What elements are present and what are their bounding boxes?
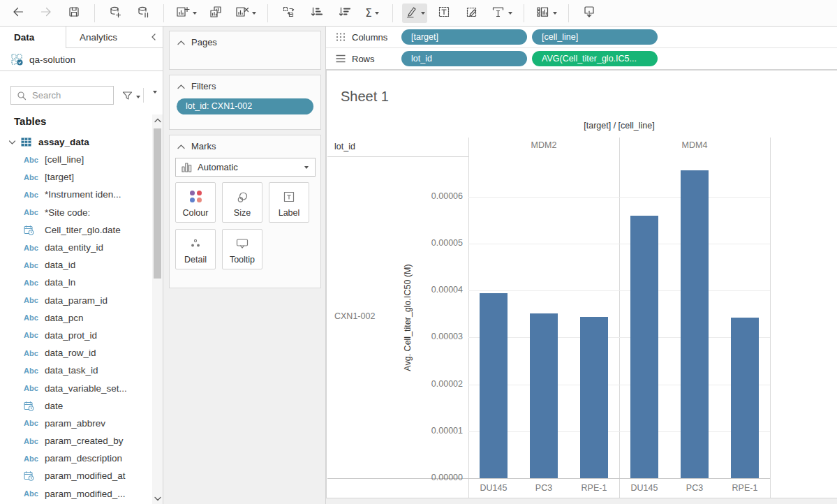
detail-button[interactable]: Detail: [175, 229, 216, 269]
bar[interactable]: [530, 313, 558, 478]
highlight-button[interactable]: [402, 3, 427, 23]
gridline: [468, 197, 770, 198]
colour-icon: [176, 191, 215, 202]
field-item[interactable]: Abcparam_abbrev: [0, 415, 152, 432]
scrollbar-thumb[interactable]: [154, 128, 161, 279]
field-item[interactable]: Abc[cell_line]: [0, 151, 152, 168]
size-icon: [223, 191, 262, 205]
abc-icon: Abc: [24, 244, 45, 252]
swap-icon: [281, 5, 295, 22]
save-button[interactable]: [63, 3, 85, 23]
dropdown-caret-icon: [508, 12, 512, 15]
filter-pill[interactable]: lot_id: CXN1-002: [177, 98, 313, 114]
columns-shelf-label: Columns: [352, 32, 387, 43]
swap-rows-columns-button[interactable]: [277, 3, 299, 23]
duplicate-button[interactable]: [205, 3, 227, 23]
tableau-window: Σ Data Analytics: [0, 0, 837, 504]
gridline: [468, 337, 770, 338]
bar[interactable]: [630, 216, 658, 478]
undo-button[interactable]: [7, 3, 29, 23]
datasource-row[interactable]: qa-solution: [0, 48, 163, 71]
tab-analytics[interactable]: Analytics: [67, 27, 117, 47]
field-item[interactable]: Abcparam_modified_...: [0, 485, 152, 503]
sigma-icon: Σ: [365, 7, 371, 20]
mark-type-dropdown[interactable]: Automatic: [175, 158, 316, 177]
highlight-pen-icon: [404, 5, 418, 22]
bar[interactable]: [681, 170, 709, 478]
search-input-box[interactable]: [10, 86, 114, 105]
filter-fields-button[interactable]: [121, 90, 140, 104]
show-mark-labels-button[interactable]: [433, 3, 455, 23]
collapse-pane-button[interactable]: [149, 32, 158, 45]
field-item[interactable]: Abc*Instrument iden...: [0, 186, 152, 203]
tooltip-button[interactable]: Tooltip: [222, 229, 262, 269]
collapse-chevron-icon[interactable]: [177, 84, 185, 89]
show-hide-cards-button[interactable]: [533, 3, 559, 23]
fit-button[interactable]: [489, 3, 514, 23]
field-item[interactable]: Abcdata_id: [0, 256, 152, 274]
scroll-up-icon[interactable]: [152, 114, 163, 126]
abc-icon: Abc: [24, 313, 45, 322]
shelf-pill[interactable]: AVG(Cell_titer_glo.IC5...: [532, 51, 658, 66]
field-item[interactable]: date: [0, 397, 152, 415]
shelf-pill[interactable]: [cell_line]: [532, 29, 658, 45]
field-item[interactable]: Abcdata_ln: [0, 274, 152, 291]
undo-arrow-icon: [11, 5, 25, 22]
field-item[interactable]: Abc*Site code:: [0, 204, 152, 221]
redo-button[interactable]: [35, 3, 57, 23]
collapse-chevron-icon[interactable]: [177, 144, 185, 149]
sort-descending-button[interactable]: [333, 3, 355, 23]
label-label: Label: [279, 208, 300, 218]
new-data-source-button[interactable]: [104, 3, 126, 23]
pause-auto-updates-button[interactable]: [132, 3, 154, 23]
field-item[interactable]: Abcdata_pcn: [0, 309, 152, 327]
bar[interactable]: [731, 318, 759, 478]
tab-data[interactable]: Data: [0, 27, 66, 48]
field-item[interactable]: Cell_titer_glo.date: [0, 221, 152, 239]
scroll-down-icon[interactable]: [152, 493, 163, 504]
sort-ascending-icon: [309, 5, 323, 22]
colour-button[interactable]: Colour: [175, 182, 216, 223]
field-item[interactable]: Abcdata_task_id: [0, 362, 152, 379]
totals-button[interactable]: Σ: [361, 3, 383, 23]
field-item[interactable]: param_modified_at: [0, 467, 152, 484]
dropdown-caret-icon: [421, 12, 425, 15]
field-item[interactable]: Abcdata_variable_set...: [0, 379, 152, 396]
x-axis-label: RPE-1: [569, 483, 619, 493]
datetime-icon: [24, 401, 45, 411]
new-worksheet-button[interactable]: [173, 3, 199, 23]
table-item-assay-data[interactable]: assay_data: [0, 133, 152, 151]
bar[interactable]: [480, 293, 508, 478]
label-button[interactable]: Label: [269, 182, 309, 223]
collapse-chevron-icon[interactable]: [177, 40, 185, 45]
shelf-pill[interactable]: lot_id: [401, 51, 527, 66]
toolbar-separator: [94, 4, 95, 22]
chevron-down-icon[interactable]: [8, 140, 16, 145]
field-item[interactable]: Abcparam_created_by: [0, 432, 152, 450]
fit-width-icon: [491, 5, 505, 22]
x-axis-label: DU145: [468, 483, 519, 493]
pane-options-button[interactable]: [150, 94, 157, 106]
field-item[interactable]: Abcdata_entity_id: [0, 239, 152, 256]
column-group-label: MDM4: [619, 140, 770, 150]
shelf-pill[interactable]: [target]: [401, 29, 527, 45]
sort-ascending-button[interactable]: [305, 3, 327, 23]
size-button[interactable]: Size: [222, 182, 262, 223]
abc-icon: Abc: [24, 296, 45, 304]
presentation-mode-button[interactable]: [578, 3, 600, 23]
bar[interactable]: [580, 317, 608, 478]
funnel-icon: [121, 90, 133, 104]
format-button[interactable]: [461, 3, 483, 23]
search-input[interactable]: [31, 89, 109, 101]
pane-border: [770, 138, 771, 498]
field-item[interactable]: Abcdata_prot_id: [0, 327, 152, 344]
table-name: assay_data: [38, 137, 89, 147]
field-item[interactable]: Abcdata_param_id: [0, 292, 152, 309]
gridline: [468, 290, 770, 291]
field-item[interactable]: Abcparam_description: [0, 450, 152, 467]
field-item[interactable]: Abcdata_row_id: [0, 344, 152, 362]
field-label: data_entity_id: [45, 242, 103, 253]
clear-sheet-button[interactable]: [232, 3, 258, 23]
field-item[interactable]: Abc[target]: [0, 168, 152, 186]
sidebar-scrollbar[interactable]: [152, 114, 163, 504]
